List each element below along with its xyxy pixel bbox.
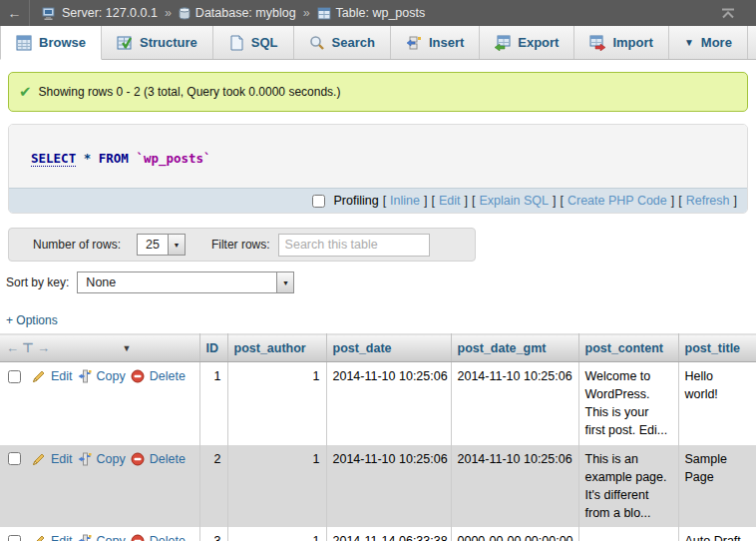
insert-icon [406, 35, 422, 51]
cell-post-date: 2014-11-10 10:25:06 [326, 445, 451, 528]
breadcrumb-table-label: Table: wp_posts [336, 6, 426, 20]
sort-row: Sort by key: None ▼ [6, 271, 756, 293]
sort-by-key-select[interactable]: None ▼ [77, 271, 294, 293]
cell-id: 2 [199, 445, 227, 528]
tab-export-label: Export [518, 35, 559, 50]
copy-icon [78, 534, 92, 541]
copy-row-link[interactable]: Copy [97, 532, 126, 541]
table-row: Edit Copy Delete 2 1 2014-11-10 10:25:06… [0, 445, 756, 528]
cell-post-content: Welcome to WordPress. This is your first… [578, 362, 678, 445]
cell-post-content: This is an example page. It's different … [578, 445, 678, 528]
tab-more[interactable]: ▼ More [669, 26, 748, 59]
tab-structure[interactable]: Structure [102, 26, 213, 59]
header-actions: ← ⊤ → ▼ [0, 334, 199, 362]
select-arrow-icon: ▼ [168, 235, 185, 255]
rows-filter-bar: Number of rows: 25 ▼ Filter rows: [8, 228, 476, 262]
chevron-down-icon: ▼ [684, 37, 694, 48]
copy-row-link[interactable]: Copy [97, 450, 126, 468]
filter-rows-input[interactable] [278, 234, 430, 257]
structure-icon [117, 35, 133, 51]
collapse-top-icon[interactable] [720, 8, 736, 19]
profiling-checkbox[interactable] [312, 195, 325, 208]
breadcrumb-bar: ← Server: 127.0.0.1 » Database: myblog »… [0, 0, 756, 26]
row-checkbox[interactable] [8, 452, 21, 465]
tab-search[interactable]: Search [294, 26, 391, 59]
collapse-columns-right-icon[interactable]: → [37, 340, 50, 355]
tab-import[interactable]: Import [574, 26, 668, 59]
explain-sql-link[interactable]: Explain SQL [479, 194, 548, 208]
pin-columns-icon[interactable]: ⊤ [22, 340, 34, 355]
bracket: ] [553, 194, 556, 208]
back-button[interactable]: ← [0, 0, 30, 26]
delete-icon [131, 369, 145, 383]
breadcrumb-database-label: Database: myblog [195, 6, 296, 20]
options-toggle-link[interactable]: + Options [6, 313, 58, 327]
delete-row-link[interactable]: Delete [150, 450, 186, 468]
copy-icon [78, 369, 92, 383]
table-header-row: ← ⊤ → ▼ ID post_author post_date post_da… [0, 334, 756, 362]
edit-row-link[interactable]: Edit [51, 532, 73, 541]
cell-post-date-gmt: 2014-11-10 10:25:06 [451, 445, 578, 528]
header-post-date-gmt[interactable]: post_date_gmt [451, 334, 578, 362]
copy-row-link[interactable]: Copy [97, 367, 126, 385]
create-php-code-link[interactable]: Create PHP Code [567, 194, 667, 208]
breadcrumb-database[interactable]: Database: myblog [179, 6, 296, 20]
query-panel: SELECT * FROM `wp_posts` Profiling [ Inl… [8, 124, 748, 214]
table-icon [317, 7, 331, 20]
edit-query-link[interactable]: Edit [439, 194, 461, 208]
bracket: [ [431, 194, 434, 208]
refresh-link[interactable]: Refresh [686, 194, 730, 208]
cell-id: 1 [199, 362, 227, 445]
header-post-content[interactable]: post_content [578, 334, 678, 362]
table-row: Edit Copy Delete 1 1 2014-11-10 10:25:06… [0, 362, 756, 445]
tab-insert[interactable]: Insert [391, 26, 480, 59]
breadcrumb-table[interactable]: Table: wp_posts [317, 6, 426, 20]
number-of-rows-select[interactable]: 25 ▼ [137, 234, 186, 256]
cell-post-date-gmt: 0000-00-00 00:00:00 [451, 527, 578, 541]
tab-bar: Browse Structure SQL Search Insert Expor… [0, 26, 756, 60]
inline-link[interactable]: Inline [390, 194, 420, 208]
breadcrumb-server[interactable]: Server: 127.0.0.1 [42, 6, 158, 20]
sql-query: SELECT * FROM `wp_posts` [9, 125, 747, 188]
row-checkbox[interactable] [8, 535, 21, 541]
edit-row-link[interactable]: Edit [51, 450, 73, 468]
check-icon: ✔ [19, 83, 32, 101]
pencil-icon [32, 452, 46, 466]
header-post-title[interactable]: post_title [678, 334, 756, 362]
bracket: ] [734, 194, 737, 208]
delete-row-link[interactable]: Delete [150, 367, 186, 385]
row-checkbox[interactable] [8, 370, 21, 383]
cell-post-content [578, 527, 678, 541]
bracket: ] [465, 194, 468, 208]
server-icon [42, 7, 57, 20]
header-post-author[interactable]: post_author [227, 334, 326, 362]
tab-export[interactable]: Export [480, 26, 574, 59]
breadcrumb-server-label: Server: 127.0.0.1 [62, 6, 158, 20]
bracket: [ [472, 194, 475, 208]
header-post-date[interactable]: post_date [326, 334, 451, 362]
breadcrumb-separator: » [164, 6, 173, 20]
cell-post-date-gmt: 2014-11-10 10:25:06 [451, 362, 578, 445]
collapse-columns-left-icon[interactable]: ← [6, 340, 19, 355]
number-of-rows-value: 25 [138, 235, 168, 255]
tab-browse[interactable]: Browse [0, 26, 102, 60]
header-id[interactable]: ID [199, 334, 227, 362]
tab-more-label: More [701, 35, 732, 50]
cell-post-author: 1 [227, 527, 326, 541]
profiling-label: Profiling [333, 194, 378, 208]
tab-search-label: Search [332, 35, 375, 50]
edit-row-link[interactable]: Edit [51, 367, 73, 385]
breadcrumb-separator: » [302, 6, 311, 20]
database-icon [179, 7, 190, 20]
search-icon [309, 35, 325, 51]
table-row: Edit Copy Delete 3 1 2014-11-14 06:33:38… [0, 527, 756, 541]
tab-sql[interactable]: SQL [213, 26, 294, 59]
bracket: [ [383, 194, 386, 208]
cell-post-title: Sample Page [678, 445, 756, 528]
sql-icon [228, 35, 244, 51]
cell-post-date: 2014-11-14 06:33:38 [326, 527, 451, 541]
pencil-icon [32, 534, 46, 541]
cell-id: 3 [199, 527, 227, 541]
sort-descending-icon[interactable]: ▼ [123, 343, 132, 353]
delete-row-link[interactable]: Delete [150, 532, 186, 541]
